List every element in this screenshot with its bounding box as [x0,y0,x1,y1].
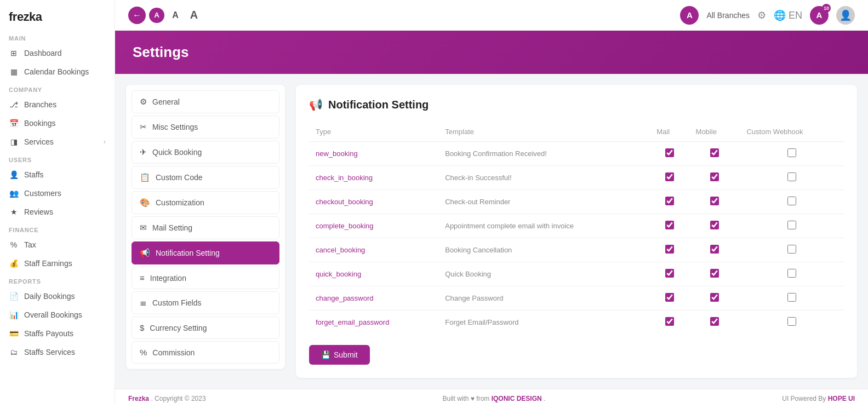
sidebar-label-customers: Customers [24,189,61,198]
mail-cell-4[interactable] [650,238,689,262]
font-size-medium[interactable]: A [168,8,183,23]
sidebar-item-overall-bookings[interactable]: 📊 Overall Bookings [0,306,115,324]
webhook-checkbox-7[interactable] [787,317,796,326]
webhook-cell-6[interactable] [740,286,844,310]
mail-checkbox-4[interactable] [665,245,674,254]
template-cell-2: Check-out Reminder [438,190,650,214]
settings-menu-quick-booking[interactable]: ✈ Quick Booking [132,141,279,164]
mail-checkbox-0[interactable] [665,148,674,157]
font-size-large[interactable]: A [186,8,202,23]
settings-menu-currency-setting[interactable]: $ Currency Setting [132,316,279,339]
sidebar-item-staffs-payouts[interactable]: 💳 Staffs Payouts [0,324,115,343]
webhook-checkbox-4[interactable] [787,245,796,254]
mail-checkbox-3[interactable] [665,221,674,229]
mail-cell-0[interactable] [650,142,689,166]
settings-menu-mail-setting[interactable]: ✉ Mail Setting [132,216,279,239]
profile-avatar[interactable]: 👤 [836,6,855,25]
sidebar-item-bookings[interactable]: 📅 Bookings [0,114,115,133]
settings-menu-custom-code[interactable]: 📋 Custom Code [132,166,279,189]
mobile-cell-4[interactable] [689,238,740,262]
webhook-cell-7[interactable] [740,310,844,335]
settings-menu-commission[interactable]: % Commission [132,341,279,364]
webhook-cell-2[interactable] [740,190,844,214]
language-icon[interactable]: 🌐 EN [774,9,802,21]
sidebar-label-branches: Branches [24,100,56,109]
page-header: Settings [115,31,868,74]
sidebar-item-customers[interactable]: 👥 Customers [0,184,115,203]
footer-iqonic-link[interactable]: IQONIC DESIGN [492,395,542,402]
footer-brand-link[interactable]: Frezka [128,395,149,402]
sidebar-section-label: MAIN [0,30,115,44]
settings-menu-label-notification-setting: Notification Setting [156,249,220,257]
mobile-checkbox-0[interactable] [710,148,719,157]
sidebar: frezka MAIN ⊞ Dashboard ▦ Calendar Booki… [0,0,115,403]
webhook-cell-1[interactable] [740,166,844,190]
mail-cell-1[interactable] [650,166,689,190]
sidebar-item-reviews[interactable]: ★ Reviews [0,203,115,221]
sidebar-label-daily-bookings: Daily Bookings [24,292,75,301]
mobile-cell-6[interactable] [689,286,740,310]
mobile-checkbox-7[interactable] [710,317,719,326]
settings-menu-label-currency-setting: Currency Setting [150,324,207,332]
webhook-checkbox-6[interactable] [787,293,796,302]
back-button[interactable]: ← [128,7,146,24]
webhook-checkbox-5[interactable] [787,269,796,278]
webhook-checkbox-0[interactable] [787,148,796,157]
mail-cell-6[interactable] [650,286,689,310]
webhook-cell-5[interactable] [740,262,844,286]
mobile-checkbox-1[interactable] [710,172,719,181]
settings-menu-integration[interactable]: ≡ Integration [132,267,279,289]
mobile-cell-7[interactable] [689,310,740,335]
webhook-cell-4[interactable] [740,238,844,262]
mobile-cell-2[interactable] [689,190,740,214]
mail-checkbox-2[interactable] [665,197,674,205]
settings-menu-customization[interactable]: 🎨 Customization [132,191,279,214]
mail-cell-7[interactable] [650,310,689,335]
font-size-small[interactable]: A [149,8,164,23]
sidebar-item-tax[interactable]: % Tax [0,235,115,254]
mail-checkbox-5[interactable] [665,269,674,278]
sidebar-item-staff-earnings[interactable]: 💰 Staff Earnings [0,254,115,273]
mail-checkbox-1[interactable] [665,172,674,181]
mobile-cell-3[interactable] [689,214,740,238]
mobile-checkbox-2[interactable] [710,197,719,205]
settings-icon[interactable]: ⚙ [757,9,766,21]
sidebar-item-dashboard[interactable]: ⊞ Dashboard [0,44,115,62]
sidebar-item-branches[interactable]: ⎇ Branches [0,95,115,114]
settings-menu-misc-settings[interactable]: ✂ Misc Settings [132,116,279,139]
topbar: ← A A A A All Branches ⚙ 🌐 EN A 10 👤 [115,0,868,31]
sidebar-item-daily-bookings[interactable]: 📄 Daily Bookings [0,287,115,306]
mail-checkbox-6[interactable] [665,293,674,302]
col-mobile: Mobile [689,122,740,142]
mail-cell-5[interactable] [650,262,689,286]
webhook-checkbox-1[interactable] [787,172,796,181]
mobile-checkbox-3[interactable] [710,221,719,229]
webhook-checkbox-2[interactable] [787,197,796,205]
mobile-cell-1[interactable] [689,166,740,190]
mobile-cell-5[interactable] [689,262,740,286]
webhook-cell-0[interactable] [740,142,844,166]
settings-menu-notification-setting[interactable]: 📢 Notification Setting [132,241,279,264]
sidebar-item-services[interactable]: ◨ Services › [0,133,115,151]
mobile-checkbox-4[interactable] [710,245,719,254]
submit-button[interactable]: 💾 Submit [309,345,370,365]
mobile-checkbox-6[interactable] [710,293,719,302]
footer-hopeui-link[interactable]: HOPE UI [828,395,855,402]
settings-menu-custom-fields[interactable]: ≣ Custom Fields [132,291,279,314]
webhook-checkbox-3[interactable] [787,221,796,229]
mobile-checkbox-5[interactable] [710,269,719,278]
table-row: check_in_booking Check-in Successful! [309,166,844,190]
webhook-cell-3[interactable] [740,214,844,238]
mail-cell-3[interactable] [650,214,689,238]
sidebar-item-staffs[interactable]: 👤 Staffs [0,165,115,184]
submit-label: Submit [334,350,358,359]
mail-checkbox-7[interactable] [665,317,674,326]
settings-menu-label-general: General [152,97,180,106]
table-row: forget_email_password Forget Email/Passw… [309,310,844,335]
mobile-cell-0[interactable] [689,142,740,166]
sidebar-item-staffs-services[interactable]: 🗂 Staffs Services [0,343,115,361]
sidebar-item-calendar-bookings[interactable]: ▦ Calendar Bookings [0,62,115,81]
settings-menu-general[interactable]: ⚙ General [132,90,279,113]
mail-cell-2[interactable] [650,190,689,214]
user-avatar[interactable]: A 10 [810,6,829,25]
